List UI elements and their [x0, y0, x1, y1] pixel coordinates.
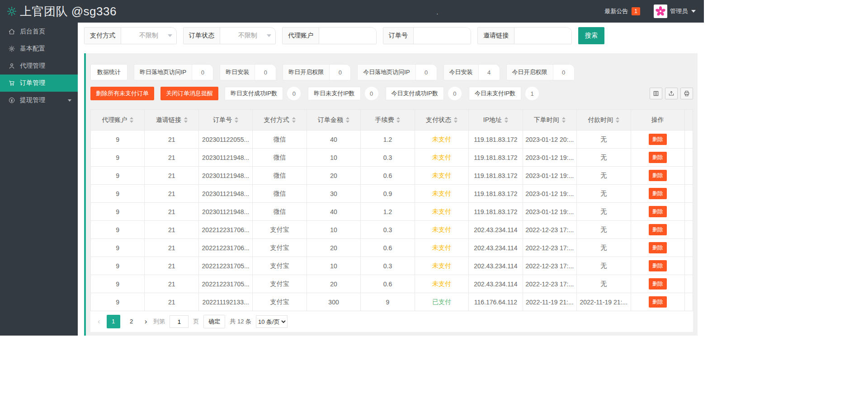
column-header[interactable]: 手续费 — [361, 110, 415, 131]
page-1-button[interactable]: 1 — [107, 315, 120, 328]
prev-page-button[interactable]: ‹ — [96, 315, 102, 328]
status-badge: 未支付 — [432, 208, 451, 215]
actions-cell: 删除 — [631, 293, 684, 311]
payment-method-cell: 支付宝 — [253, 239, 307, 257]
column-header[interactable]: 付款时间 — [577, 110, 631, 131]
order-time-cell: 2022-12-23 17:... — [523, 239, 576, 257]
fee-cell: 1.2 — [361, 131, 415, 149]
filter-invite-link: 邀请链接 — [477, 27, 572, 44]
amount-cell: 20 — [307, 275, 360, 293]
fee-cell: 0.3 — [361, 149, 415, 167]
stat-label: 今日开启权限 — [507, 65, 553, 80]
order-time-cell: 2023-01-12 19:... — [523, 203, 576, 221]
order-status-select[interactable]: 不限制 — [220, 28, 275, 44]
delete-button[interactable]: 删除 — [649, 224, 667, 235]
column-label: 代理账户 — [102, 116, 127, 124]
column-header[interactable]: IP地址 — [469, 110, 523, 131]
stat-pill: 昨日未支付IP数 0 — [308, 87, 378, 100]
chevron-down-icon — [267, 34, 271, 37]
payment-method-cell: 支付宝 — [253, 275, 307, 293]
sidebar-item-orders[interactable]: 订单管理 — [0, 75, 78, 92]
delete-button[interactable]: 删除 — [649, 260, 667, 271]
delete-button[interactable]: 删除 — [649, 170, 667, 181]
sidebar-item-label: 订单管理 — [20, 79, 45, 87]
payment-method-select[interactable]: 不限制 — [121, 28, 176, 44]
search-button[interactable]: 搜索 — [578, 27, 604, 44]
confirm-button[interactable]: 确定 — [203, 315, 225, 328]
main-content: 支付方式 不限制 订单状态 不限制 代理账户 — [78, 23, 704, 336]
column-header[interactable]: 代理账户 — [91, 110, 145, 131]
goto-page-input[interactable] — [170, 315, 189, 328]
stat-pill: 今日支付成功IP数 0 — [386, 87, 462, 100]
agent-account-input[interactable] — [319, 28, 376, 44]
print-button[interactable] — [680, 88, 693, 99]
delete-unpaid-orders-button[interactable]: 删除所有未支付订单 — [90, 87, 154, 100]
sort-carets-icon — [454, 117, 458, 123]
app-window: 上官团队 @sg336 . 最新公告 1 — [0, 0, 704, 336]
table-row: 9 21 202301122055... 微信 40 1.2 未支付 119.1… — [91, 131, 693, 149]
column-label: 支付方式 — [264, 116, 289, 124]
filter-label: 代理账户 — [283, 28, 319, 44]
payment-method-cell: 支付宝 — [253, 221, 307, 239]
status-cell: 未支付 — [415, 149, 468, 167]
payment-method-cell: 支付宝 — [253, 293, 307, 311]
invite-link-cell: 21 — [145, 221, 198, 239]
column-header[interactable]: 订单金额 — [307, 110, 360, 131]
delete-button[interactable]: 删除 — [649, 278, 667, 290]
close-order-notify-button[interactable]: 关闭订单消息提醒 — [160, 87, 218, 100]
column-header[interactable]: 支付方式 — [253, 110, 307, 131]
status-badge: 已支付 — [432, 298, 451, 305]
table-row: 9 21 202301121948... 微信 20 0.6 未支付 119.1… — [91, 167, 693, 185]
status-badge: 未支付 — [432, 190, 451, 197]
invite-link-input[interactable] — [514, 28, 571, 44]
status-cell: 未支付 — [415, 221, 468, 239]
order-no-input[interactable] — [414, 28, 471, 44]
delete-button[interactable]: 删除 — [649, 206, 667, 217]
ip-cell: 119.181.83.172 — [469, 185, 523, 203]
amount-cell: 20 — [307, 167, 360, 185]
announcement-link[interactable]: 最新公告 1 — [604, 7, 640, 15]
column-header[interactable]: 下单时间 — [523, 110, 576, 131]
invite-link-cell: 21 — [145, 131, 198, 149]
delete-button[interactable]: 删除 — [649, 188, 667, 199]
filter-label: 订单状态 — [184, 28, 220, 44]
sidebar-item-agents[interactable]: 代理管理 — [0, 57, 78, 75]
delete-button[interactable]: 删除 — [649, 134, 667, 145]
column-header[interactable] — [685, 110, 693, 131]
ip-cell: 202.43.234.114 — [469, 221, 523, 239]
sidebar-item-dashboard[interactable]: 后台首页 — [0, 23, 78, 40]
order-no-cell: 202212231706... — [198, 221, 252, 239]
page-2-button[interactable]: 2 — [125, 315, 138, 328]
column-header[interactable]: 操作 — [631, 110, 684, 131]
export-button[interactable] — [665, 88, 678, 99]
table-tools — [650, 88, 693, 99]
column-label: 付款时间 — [588, 116, 613, 124]
header-right: 最新公告 1 — [604, 5, 696, 18]
filler-cell — [685, 293, 693, 311]
stat-value: 0 — [255, 65, 276, 80]
orders-table: 代理账户 邀请链接 — [90, 109, 693, 332]
user-menu[interactable]: 管理员 — [654, 5, 696, 18]
home-icon — [8, 28, 15, 35]
columns-filter-button[interactable] — [650, 88, 662, 99]
filter-bar: 支付方式 不限制 订单状态 不限制 代理账户 — [84, 27, 698, 44]
sidebar-item-config[interactable]: 基本配置 — [0, 40, 78, 57]
column-header[interactable]: 邀请链接 — [145, 110, 198, 131]
per-page-select[interactable]: 10 条/页 — [256, 315, 288, 328]
order-time-cell: 2023-01-12 19:... — [523, 167, 576, 185]
agent-cell: 9 — [91, 185, 145, 203]
delete-button[interactable]: 删除 — [649, 242, 667, 253]
invite-link-cell: 21 — [145, 239, 198, 257]
sidebar-item-withdraw[interactable]: 提现管理 — [0, 92, 78, 109]
delete-button[interactable]: 删除 — [649, 152, 667, 163]
filter-order-status: 订单状态 不限制 — [183, 27, 276, 44]
column-header[interactable]: 订单号 — [198, 110, 252, 131]
column-header[interactable]: 支付状态 — [415, 110, 468, 131]
payment-method-cell: 支付宝 — [253, 257, 307, 275]
sort-carets-icon — [616, 117, 619, 123]
next-page-button[interactable]: › — [143, 315, 149, 328]
delete-button[interactable]: 删除 — [649, 296, 667, 308]
fee-cell: 0.3 — [361, 221, 415, 239]
pay-time-cell: 无 — [577, 275, 631, 293]
stat-pill: 今日安装 4 — [443, 64, 500, 80]
